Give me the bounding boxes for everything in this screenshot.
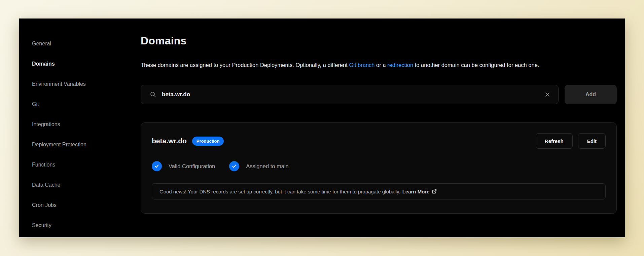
production-badge: Production [192, 137, 224, 146]
domain-card: beta.wr.do Production Refresh Edit Valid… [141, 122, 617, 214]
learn-more-link[interactable]: Learn More [402, 189, 437, 194]
domain-name: beta.wr.do [152, 137, 187, 145]
valid-configuration-status: Valid Configuration [152, 161, 215, 171]
learn-more-label: Learn More [402, 189, 430, 194]
search-icon [150, 91, 156, 98]
status-label: Assigned to main [246, 163, 289, 170]
sidebar-item-git[interactable]: Git [32, 94, 133, 114]
sidebar-item-general[interactable]: General [32, 34, 133, 54]
sidebar-item-functions[interactable]: Functions [32, 155, 133, 175]
sidebar-item-deployment-protection[interactable]: Deployment Protection [32, 135, 133, 155]
dns-notice-box: Good news! Your DNS records are set up c… [152, 183, 606, 199]
dns-notice-text: Good news! Your DNS records are set up c… [159, 189, 400, 194]
domains-description: These domains are assigned to your Produ… [141, 60, 588, 70]
settings-panel: General Domains Environment Variables Gi… [19, 19, 625, 237]
domain-search-input[interactable] [162, 91, 543, 98]
edit-button[interactable]: Edit [578, 133, 606, 149]
refresh-button[interactable]: Refresh [536, 133, 573, 149]
sidebar-item-security[interactable]: Security [32, 215, 133, 235]
status-label: Valid Configuration [169, 163, 215, 170]
check-icon [152, 161, 162, 171]
settings-sidebar: General Domains Environment Variables Gi… [32, 34, 133, 235]
description-text-3: to another domain can be configured for … [413, 62, 539, 68]
sidebar-item-environment-variables[interactable]: Environment Variables [32, 74, 133, 94]
clear-icon[interactable] [543, 90, 552, 99]
sidebar-item-cron-jobs[interactable]: Cron Jobs [32, 195, 133, 215]
assigned-branch-status: Assigned to main [229, 161, 289, 171]
sidebar-item-integrations[interactable]: Integrations [32, 114, 133, 135]
description-text-1: These domains are assigned to your Produ… [141, 62, 349, 68]
domain-card-header: beta.wr.do Production Refresh Edit [152, 133, 606, 149]
git-branch-link[interactable]: Git branch [349, 62, 374, 68]
sidebar-item-data-cache[interactable]: Data Cache [32, 175, 133, 195]
domain-status-row: Valid Configuration Assigned to main [152, 161, 606, 171]
sidebar-item-domains[interactable]: Domains [32, 54, 133, 74]
domain-search-box [141, 85, 559, 104]
check-icon [229, 161, 239, 171]
description-text-2: or a [375, 62, 388, 68]
domains-section: Domains These domains are assigned to yo… [141, 19, 617, 214]
redirection-link[interactable]: redirection [387, 62, 413, 68]
page-title: Domains [141, 35, 617, 47]
external-link-icon [432, 189, 437, 194]
add-domain-button[interactable]: Add [565, 85, 617, 104]
domain-search-row: Add [141, 85, 617, 104]
